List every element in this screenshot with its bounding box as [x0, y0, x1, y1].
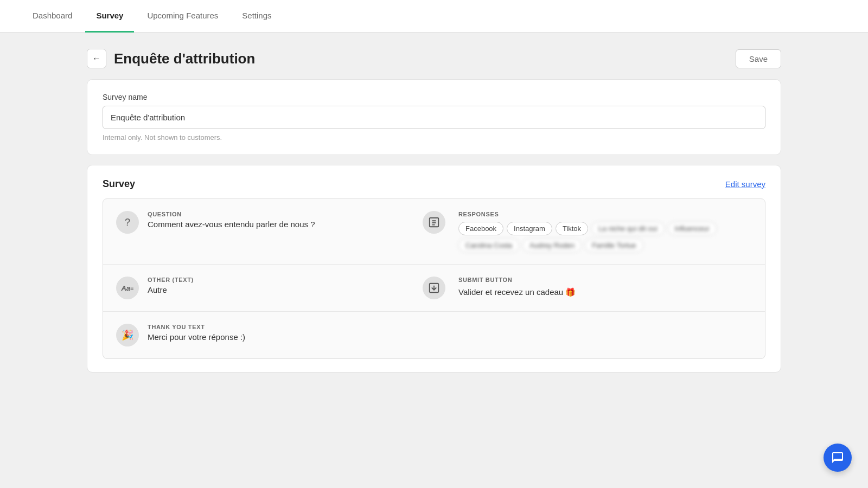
other-mid-icon	[423, 277, 445, 299]
page-title: Enquête d'attribution	[114, 50, 255, 67]
survey-name-label: Survey name	[103, 93, 765, 101]
tag-carolina: Carolina Costa	[458, 239, 519, 252]
other-value: Autre	[148, 285, 410, 294]
submit-right: SUBMIT BUTTON Valider et recevez un cade…	[458, 277, 752, 297]
tab-settings[interactable]: Settings	[231, 0, 282, 33]
header-left: ← Enquête d'attribution	[87, 49, 255, 68]
thankyou-label: THANK YOU TEXT	[148, 324, 434, 330]
responses-col: RESPONSES Facebook Instagram Tiktok La n…	[458, 211, 752, 252]
other-label: OTHER (TEXT)	[148, 277, 410, 283]
tab-upcoming[interactable]: Upcoming Features	[136, 0, 229, 33]
thankyou-left: 🎉 THANK YOU TEXT Merci pour votre répons…	[116, 324, 434, 346]
responses-label: RESPONSES	[458, 211, 752, 217]
submit-label: SUBMIT BUTTON	[458, 277, 752, 283]
survey-name-hint: Internal only. Not shown to customers.	[103, 133, 765, 142]
thankyou-value: Merci pour votre réponse :)	[148, 332, 434, 342]
question-row: ? QUESTION Comment avez-vous entendu par…	[103, 199, 765, 265]
back-button[interactable]: ←	[87, 49, 106, 68]
other-content: OTHER (TEXT) Autre	[148, 277, 410, 294]
survey-name-input[interactable]	[103, 106, 765, 129]
other-submit-row: Aa≡ OTHER (TEXT) Autre SUBMIT BUTTON	[103, 265, 765, 312]
submit-col: SUBMIT BUTTON Valider et recevez un cade…	[458, 277, 752, 297]
other-left: Aa≡ OTHER (TEXT) Autre	[116, 277, 410, 299]
main-content: ← Enquête d'attribution Save Survey name…	[0, 33, 868, 488]
thankyou-content: THANK YOU TEXT Merci pour votre réponse …	[148, 324, 434, 342]
survey-card-header: Survey Edit survey	[103, 178, 765, 190]
edit-survey-link[interactable]: Edit survey	[725, 179, 765, 189]
save-button[interactable]: Save	[736, 49, 781, 68]
tag-facebook: Facebook	[458, 222, 503, 235]
other-icon: Aa≡	[116, 277, 139, 299]
tab-dashboard[interactable]: Dashboard	[22, 0, 83, 33]
tab-survey[interactable]: Survey	[85, 0, 134, 33]
top-navigation: Dashboard Survey Upcoming Features Setti…	[0, 0, 868, 33]
survey-name-card: Survey name Internal only. Not shown to …	[87, 79, 781, 155]
tag-niche: La niche qui dit oui	[591, 222, 664, 235]
responses-right: RESPONSES Facebook Instagram Tiktok La n…	[458, 211, 752, 252]
question-content: QUESTION Comment avez-vous entendu parle…	[148, 211, 410, 229]
thankyou-row: 🎉 THANK YOU TEXT Merci pour votre répons…	[103, 312, 765, 358]
question-label: QUESTION	[148, 211, 410, 217]
thankyou-icon: 🎉	[116, 324, 139, 346]
survey-section-card: Survey Edit survey ? QUESTION Comment av…	[87, 165, 781, 373]
tag-famille: Famille Tortue	[585, 239, 643, 252]
page-header: ← Enquête d'attribution Save	[87, 49, 781, 68]
tag-influenceur: Influenceur	[668, 222, 717, 235]
question-mid-icon	[423, 211, 445, 234]
question-value: Comment avez-vous entendu parler de nous…	[148, 220, 410, 229]
tag-audrey: Audrey Roden	[522, 239, 582, 252]
tag-tiktok: Tiktok	[556, 222, 588, 235]
submit-value: Valider et recevez un cadeau 🎁	[458, 287, 752, 297]
chat-button[interactable]	[824, 444, 852, 472]
tag-instagram: Instagram	[507, 222, 552, 235]
question-left: ? QUESTION Comment avez-vous entendu par…	[116, 211, 410, 234]
survey-section-title: Survey	[103, 178, 135, 190]
tags-container: Facebook Instagram Tiktok La niche qui d…	[458, 222, 752, 252]
survey-inner: ? QUESTION Comment avez-vous entendu par…	[103, 198, 765, 359]
question-icon: ?	[116, 211, 139, 234]
